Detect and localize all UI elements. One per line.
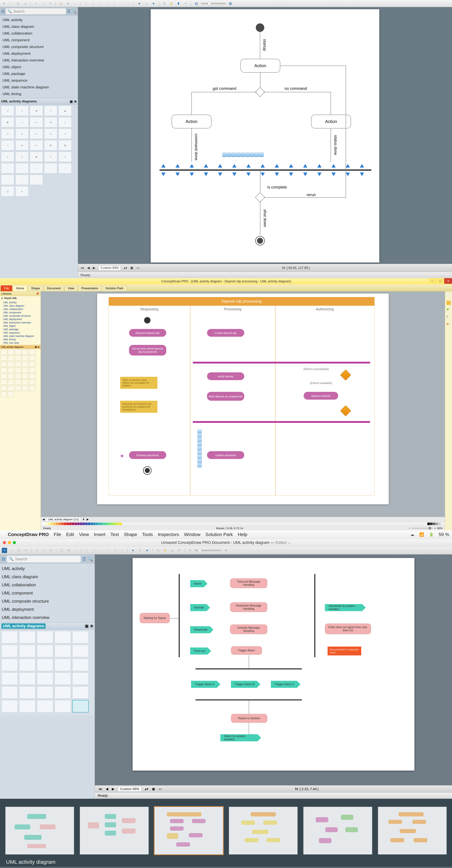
swatch[interactable] bbox=[117, 523, 119, 525]
stencil[interactable]: ⋯ bbox=[16, 175, 29, 185]
zoom-slider[interactable] bbox=[194, 550, 221, 551]
arrow-icon[interactable]: → bbox=[98, 548, 103, 553]
note[interactable]: Requests are stored in the passbook as u… bbox=[120, 401, 157, 413]
stencil[interactable]: ▯ bbox=[59, 152, 71, 162]
stencil[interactable] bbox=[22, 385, 28, 391]
lib-item[interactable]: UML package bbox=[1, 71, 77, 76]
lib-item[interactable]: UML activity bbox=[2, 566, 93, 571]
stencil[interactable] bbox=[19, 631, 35, 643]
stencil[interactable] bbox=[1, 659, 18, 671]
lib-item[interactable]: UML interaction overview bbox=[2, 615, 93, 620]
lib-item[interactable]: UML timing bbox=[3, 338, 40, 341]
activity[interactable]: Waiting for Signal bbox=[140, 613, 170, 623]
align-v-icon[interactable]: ┆ bbox=[113, 548, 118, 553]
stencil[interactable]: ▬ bbox=[59, 105, 71, 116]
list-icon[interactable]: ☰ bbox=[82, 557, 86, 562]
stencil[interactable] bbox=[22, 374, 28, 379]
fork-bar[interactable] bbox=[195, 669, 302, 670]
prev-page-icon[interactable]: ◀ bbox=[87, 266, 90, 270]
stencil[interactable] bbox=[72, 631, 89, 643]
battery-icon[interactable]: 🔋 bbox=[429, 532, 434, 537]
fork-bar[interactable] bbox=[193, 362, 370, 364]
ribbon-tab-document[interactable]: Document bbox=[43, 285, 64, 291]
lib-item[interactable]: UML component bbox=[2, 591, 93, 595]
lib-item[interactable]: UML deployment bbox=[1, 51, 77, 56]
stencil[interactable]: → bbox=[59, 163, 71, 174]
lib-item[interactable]: UML class diagram bbox=[2, 574, 93, 579]
rect-tool[interactable]: ▭ bbox=[23, 548, 28, 553]
wifi-icon[interactable]: 📶 bbox=[419, 532, 424, 537]
traffic-zoom[interactable] bbox=[13, 541, 16, 544]
expand-icon[interactable]: ▣ bbox=[70, 99, 73, 103]
lib-item[interactable]: UML component bbox=[3, 311, 40, 314]
stencil[interactable]: [ ] bbox=[1, 186, 14, 196]
stencil[interactable]: ▯ bbox=[44, 152, 57, 162]
activity[interactable]: Create deposit slip bbox=[207, 329, 244, 337]
stepper-icon[interactable]: ▴▾ bbox=[145, 787, 148, 791]
stencil[interactable] bbox=[29, 374, 35, 379]
initial-node[interactable] bbox=[144, 317, 150, 323]
stencil[interactable] bbox=[29, 349, 35, 355]
front-icon[interactable]: ▩ bbox=[151, 1, 156, 6]
stencil[interactable]: ⬭ bbox=[16, 117, 29, 127]
swimlane[interactable] bbox=[275, 306, 374, 495]
clipboard-icon[interactable]: 📋 bbox=[59, 548, 64, 553]
signal[interactable]: Activate bbox=[190, 604, 210, 611]
stencil[interactable] bbox=[72, 673, 89, 685]
hand-icon[interactable]: ✋ bbox=[169, 1, 174, 6]
swatch[interactable] bbox=[48, 523, 50, 525]
lib-item[interactable]: UML package bbox=[3, 328, 40, 331]
canvas[interactable]: startup Action got command no command Ac… bbox=[78, 7, 452, 264]
stencil[interactable]: ⋯ bbox=[30, 175, 43, 185]
menu-shape[interactable]: Shape bbox=[124, 532, 137, 537]
search-icon[interactable]: 🔍 bbox=[88, 557, 93, 562]
lib-item[interactable]: UML sequence bbox=[1, 78, 77, 83]
connector-a-icon[interactable]: ↳ bbox=[34, 548, 39, 553]
prev-page-icon[interactable]: ◀ bbox=[106, 787, 108, 791]
ribbon-tab-home[interactable]: Home bbox=[12, 285, 27, 291]
stencil[interactable] bbox=[15, 355, 21, 361]
arrows-icon[interactable]: ↔ bbox=[105, 1, 110, 6]
stencil[interactable]: ▯ bbox=[16, 152, 29, 162]
signal[interactable]: Alarm bbox=[190, 580, 208, 587]
canvas[interactable]: Deposit slip processing Requesting Proce… bbox=[41, 291, 445, 517]
stencil[interactable] bbox=[37, 631, 53, 643]
stencil[interactable] bbox=[55, 686, 71, 699]
connector-b-icon[interactable]: ⤷ bbox=[41, 548, 46, 553]
drawing-page[interactable]: Deposit slip processing Requesting Proce… bbox=[97, 293, 389, 504]
next-page-icon[interactable]: ▶ bbox=[93, 266, 95, 270]
activity[interactable]: Report to System bbox=[231, 714, 267, 723]
zoom-icon[interactable]: 🔍 bbox=[155, 548, 160, 553]
stencil[interactable] bbox=[1, 368, 7, 373]
line-style-icon[interactable]: ╲ bbox=[84, 548, 89, 553]
stencil[interactable] bbox=[1, 673, 18, 685]
edit-icon[interactable]: ✎ bbox=[183, 1, 188, 6]
menu-help[interactable]: Help bbox=[238, 532, 247, 537]
swatch[interactable] bbox=[438, 523, 441, 525]
stencil[interactable] bbox=[29, 362, 35, 367]
drawing-page[interactable]: Waiting for Signal Alarm Activate Deacti… bbox=[132, 558, 415, 771]
close-icon[interactable]: ⊗ bbox=[90, 624, 93, 628]
stencil[interactable] bbox=[15, 349, 21, 355]
lib-item[interactable]: UML activity bbox=[3, 301, 40, 304]
stencil[interactable] bbox=[8, 355, 14, 361]
lib-item[interactable]: UML object bbox=[3, 324, 40, 328]
stencil[interactable] bbox=[1, 349, 7, 355]
stencil[interactable] bbox=[29, 368, 35, 373]
stencil[interactable] bbox=[8, 380, 14, 385]
stencil[interactable] bbox=[1, 385, 7, 391]
fork-bar[interactable] bbox=[179, 574, 180, 657]
activity[interactable]: Verify identity bbox=[207, 372, 244, 380]
swatch[interactable] bbox=[72, 523, 74, 525]
signal[interactable]: Deactivate bbox=[190, 626, 214, 633]
page-icon[interactable]: ▫ bbox=[73, 1, 78, 6]
stencil[interactable] bbox=[29, 355, 35, 361]
stencil[interactable] bbox=[19, 700, 35, 712]
stencil[interactable] bbox=[8, 385, 14, 391]
floating-chip-toolbar[interactable] bbox=[198, 430, 202, 467]
lib-item[interactable]: UML component bbox=[1, 37, 77, 42]
stencil[interactable] bbox=[37, 700, 53, 712]
next-page-icon[interactable]: ▶ bbox=[112, 787, 115, 791]
clipboard-icon[interactable]: 📋 bbox=[59, 1, 63, 6]
zoom-slider[interactable] bbox=[412, 528, 433, 529]
